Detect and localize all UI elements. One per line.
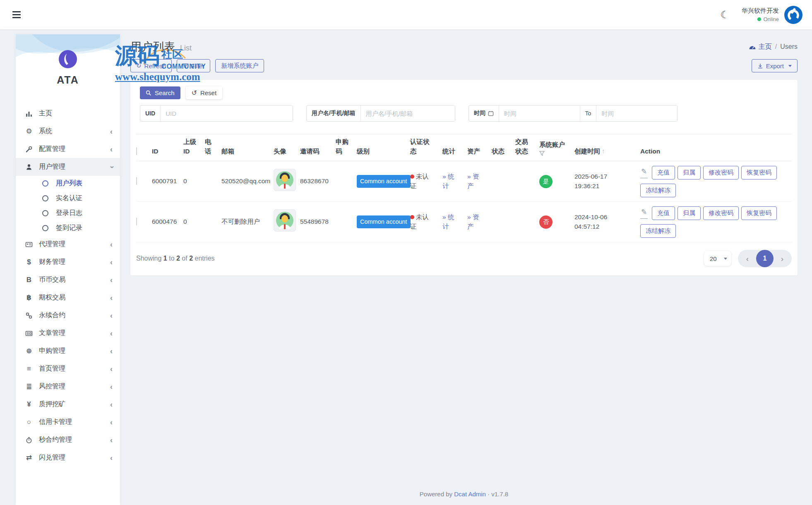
sidebar-item-coin-trade[interactable]: B 币币交易 ‹ — [16, 271, 120, 289]
column-filter-icon[interactable] — [539, 151, 545, 156]
ownership-button[interactable]: 归属 — [677, 166, 701, 180]
dollar-icon: $ — [24, 258, 34, 266]
reset-button[interactable]: ↺ Reset — [186, 86, 223, 99]
sidebar-item-finance[interactable]: $ 财务管理 ‹ — [16, 253, 120, 271]
sidebar-item-article[interactable]: 文章管理 ‹ — [16, 324, 120, 342]
chevron-left-icon: ‹ — [110, 241, 113, 248]
change-password-button[interactable]: 修改密码 — [703, 206, 739, 220]
sidebar-menu: 主页 ⚙ 系统 ‹ 配置管理 ‹ 用户管理 ‹ — [16, 97, 120, 467]
circle-bullet-icon — [42, 210, 48, 216]
sidebar-item-label: 财务管理 — [39, 258, 110, 266]
page-number-button[interactable]: 1 — [756, 250, 774, 267]
sidebar-item-staking[interactable]: ¥ 质押挖矿 ‹ — [16, 395, 120, 413]
user-manage-icon — [24, 163, 34, 171]
freeze-unfreeze-button[interactable]: 冻结解冻 — [640, 224, 676, 238]
recharge-button[interactable]: 充值 — [652, 206, 675, 220]
edit-pencil-icon[interactable]: ✎ — [640, 167, 648, 178]
row-checkbox[interactable] — [136, 218, 137, 225]
stats-link[interactable]: » 统计 — [442, 173, 454, 189]
sort-asc-icon[interactable]: ↑ — [602, 148, 605, 155]
sidebar-item-label: 质押挖矿 — [39, 400, 110, 409]
dark-mode-icon[interactable]: ☾ — [720, 10, 729, 20]
sidebar-subitem-real-name[interactable]: 实名认证 — [16, 191, 120, 206]
sidebar-item-homepage[interactable]: ≡ 首页管理 ‹ — [16, 360, 120, 378]
chart-bar-icon — [24, 110, 34, 117]
prev-page-icon[interactable]: ‹ — [740, 255, 754, 263]
sidebar-item-second-contract[interactable]: 秒合约管理 ‹ — [16, 431, 120, 449]
sidebar-item-label: 主页 — [39, 109, 113, 118]
ata-logo-icon — [58, 49, 78, 69]
freeze-unfreeze-button[interactable]: 冻结解冻 — [640, 184, 676, 197]
cell-auth-status: 未认证 — [410, 213, 442, 231]
cell-email: 不可删除用户 — [221, 217, 274, 226]
sidebar-item-system[interactable]: ⚙ 系统 ‹ — [16, 122, 120, 140]
next-page-icon[interactable]: › — [775, 255, 789, 263]
user-avatar-image[interactable] — [274, 169, 296, 191]
chevron-left-icon: ‹ — [110, 454, 113, 462]
breadcrumb-home-link[interactable]: 主页 — [759, 43, 772, 51]
sidebar-item-credit-card[interactable]: ○ 信用卡管理 ‹ — [16, 413, 120, 431]
assets-link[interactable]: » 资产 — [467, 213, 479, 230]
user-avatar-image[interactable] — [274, 209, 296, 232]
assets-link[interactable]: » 资产 — [467, 173, 479, 189]
row-checkbox[interactable] — [136, 177, 137, 185]
sidebar-item-label: 信用卡管理 — [39, 418, 110, 426]
restore-password-button[interactable]: 恢复密码 — [741, 166, 777, 180]
time-end-input[interactable] — [596, 105, 677, 121]
export-button[interactable]: Export — [752, 59, 798, 72]
search-button[interactable]: Search — [140, 86, 180, 99]
sidebar-item-agent[interactable]: 代理管理 ‹ — [16, 235, 120, 253]
yen-icon: ¥ — [24, 400, 34, 409]
sidebar-item-label: 用户管理 — [39, 163, 110, 171]
username-input[interactable] — [361, 105, 455, 121]
sidebar-item-risk[interactable]: ≣ 风控管理 ‹ — [16, 378, 120, 395]
add-system-account-button[interactable]: 新增系统账户 — [215, 59, 264, 72]
header-phone: 电话 — [205, 137, 221, 156]
sidebar-item-label: 首页管理 — [39, 364, 110, 373]
cell-invite-code: 55489678 — [300, 217, 336, 226]
sidebar-subitem-login-log[interactable]: 登录日志 — [16, 206, 120, 220]
sidebar-item-perpetual[interactable]: 永续合约 ‹ — [16, 306, 120, 324]
user-name: 华兴软件开发 — [742, 7, 779, 15]
header-assets: 资产 — [467, 147, 492, 156]
sidebar-item-subscribe[interactable]: ⊕ 申购管理 ‹ — [16, 342, 120, 360]
sidebar-item-home[interactable]: 主页 — [16, 105, 120, 122]
cell-auth-status: 未认证 — [410, 172, 442, 191]
chevron-left-icon: ‹ — [110, 436, 113, 444]
stats-link[interactable]: » 统计 — [442, 213, 454, 230]
chevron-left-icon: ‹ — [110, 312, 113, 319]
dashboard-icon — [749, 43, 756, 50]
cell-avatar — [274, 209, 300, 234]
sidebar-item-flash-exchange[interactable]: ⇄ 闪兑管理 ‹ — [16, 449, 120, 467]
sidebar-item-option-trade[interactable]: ฿ 期权交易 ‹ — [16, 289, 120, 306]
sidebar-item-label: 币币交易 — [39, 275, 110, 284]
sidebar-item-user-manage[interactable]: 用户管理 ‹ — [16, 158, 120, 176]
refresh-button[interactable]: ↻ Refresh — [130, 59, 172, 72]
sidebar-item-config[interactable]: 配置管理 ‹ — [16, 140, 120, 158]
menu-toggle-icon[interactable] — [10, 9, 23, 21]
time-label: 时间 — [469, 105, 499, 121]
dcat-admin-link[interactable]: Dcat Admin — [454, 491, 486, 498]
chevron-left-icon: ‹ — [110, 258, 113, 266]
edit-pencil-icon[interactable]: ✎ — [640, 207, 648, 219]
breadcrumb: 主页 / Users — [749, 43, 798, 51]
uid-input[interactable] — [161, 105, 293, 121]
time-start-input[interactable] — [499, 105, 580, 121]
select-all-checkbox[interactable] — [136, 147, 137, 155]
funnel-icon — [183, 63, 188, 69]
header-id: ID — [152, 147, 183, 156]
recharge-button[interactable]: 充值 — [652, 166, 675, 180]
sidebar-subitem-user-list[interactable]: 用户列表 — [16, 176, 120, 191]
row-actions: ✎ 充值 归属 修改密码 恢复密码 冻结解冻 — [640, 166, 792, 197]
sidebar-subitem-checkin-log[interactable]: 签到记录 — [16, 220, 120, 235]
restore-password-button[interactable]: 恢复密码 — [741, 206, 777, 220]
avatar[interactable] — [784, 5, 803, 24]
ownership-button[interactable]: 归属 — [677, 206, 701, 220]
cell-id: 6000476 — [152, 217, 183, 226]
header-created-at[interactable]: 创建时间↑ — [574, 147, 640, 156]
change-password-button[interactable]: 修改密码 — [703, 166, 739, 180]
page-size-select[interactable]: 20 — [704, 251, 731, 266]
header-subscribe-code: 申购码 — [336, 137, 357, 156]
chevron-left-icon: ‹ — [110, 146, 113, 153]
filter-button[interactable]: Filter — [177, 59, 210, 72]
